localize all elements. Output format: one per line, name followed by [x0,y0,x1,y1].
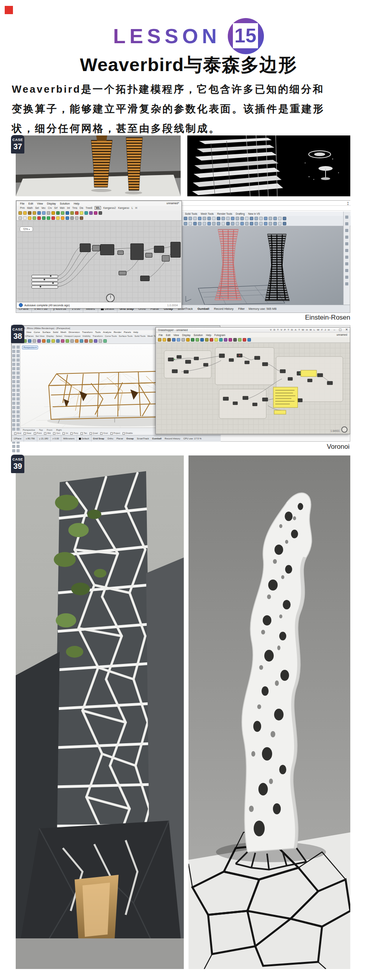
component-icon[interactable] [37,211,41,215]
rhino-tool-icon[interactable] [103,339,107,343]
rhino-tool-icon[interactable] [212,222,216,225]
quick-icon[interactable]: F [321,329,323,331]
rhino-tool-icon[interactable] [278,222,282,225]
osnap-checkbox[interactable]: Quad [90,432,98,435]
rhino-toolbar-tab[interactable]: New in V5 [248,212,260,215]
quick-icon[interactable]: V [270,329,271,331]
component-icon[interactable] [28,216,31,220]
osnap-checkbox[interactable]: Int [62,432,68,435]
rhino-command-area[interactable]: ▲▼ [182,201,351,212]
rhino-viewport[interactable] [182,226,344,306]
quick-icon[interactable]: M [310,329,312,331]
side-tool-icon[interactable] [345,242,348,245]
rhino-tool-icon[interactable] [221,222,225,225]
component-icon[interactable] [75,216,79,220]
menu-item[interactable]: Solution [60,202,70,205]
quick-icon[interactable]: T [277,329,279,331]
component-icon[interactable] [172,338,176,342]
side-tool-icon[interactable] [345,276,348,279]
menu-item[interactable]: Help [206,334,211,336]
rhino-toolbar-tab[interactable]: Surface Tools [119,335,132,337]
rhino-tool-icon[interactable] [56,339,60,343]
rhino-tool-icon[interactable] [254,217,258,220]
rhino-tool-icon[interactable] [217,217,220,220]
rhino-tool-icon[interactable] [264,217,267,220]
component-icon[interactable] [210,338,213,342]
menu-item[interactable]: File [159,334,163,336]
rhino-tool-icon[interactable] [273,217,277,220]
rhino-toolbar-tab[interactable]: Mesh Tools [201,212,214,215]
side-tool-icon[interactable] [345,282,348,285]
component-tab[interactable]: Wb [95,206,101,210]
status-toggle[interactable]: SmartTrack [135,437,151,440]
component-icon[interactable] [200,338,204,342]
rhino-tool-icon[interactable] [94,339,97,343]
component-tab[interactable]: Set [35,207,39,209]
menu-item[interactable]: Solid [53,331,58,333]
menu-item[interactable]: Fotogram [214,334,225,336]
menu-item[interactable]: Render [114,331,122,333]
rhino-toolbar-tab[interactable]: Drafting [236,212,245,215]
rhino-tool-icon[interactable] [240,217,244,220]
gh-number-slider[interactable] [31,285,58,289]
status-toggle[interactable]: Record History [163,437,182,440]
component-icon[interactable] [99,211,102,215]
quick-icon[interactable]: H [328,329,329,331]
component-icon[interactable] [191,338,194,342]
osnap-checkbox[interactable]: Knot [100,432,108,435]
status-toggle[interactable]: Gumball [195,307,212,311]
rhino-tool-icon[interactable] [188,222,192,225]
menu-item[interactable]: Tools [95,331,101,333]
rhino-tool-icon[interactable] [269,222,272,225]
component-icon[interactable] [33,211,36,215]
gh-component[interactable] [162,255,170,261]
quick-icon[interactable]: W [302,329,304,331]
component-icon[interactable] [33,216,36,220]
rhino-tool-icon[interactable] [212,217,216,220]
component-icon[interactable] [51,216,55,220]
component-tab[interactable]: Dis [80,207,83,209]
rhino-toolbar-tab[interactable]: CPlanes [25,335,34,337]
rhino-tool-icon[interactable] [203,217,206,220]
rhino-tool-icon[interactable] [198,217,201,220]
rhino-tool-icon[interactable] [269,217,272,220]
viewport-tab[interactable]: Perspective [23,429,35,431]
rhino-tool-icon[interactable] [193,222,197,225]
rhino-tool-icon[interactable] [240,222,244,225]
rhino-tool-icon[interactable] [99,339,102,343]
side-tool-icon[interactable] [345,216,348,219]
quick-icon[interactable]: J [325,329,326,331]
rhino-tool-icon[interactable] [84,339,88,343]
rhino-tool-icon[interactable] [245,217,249,220]
component-icon[interactable] [89,211,93,215]
menu-item[interactable]: Mesh [60,331,66,333]
minimize-icon[interactable]: – [333,328,335,331]
status-toggle[interactable]: Ortho [106,437,115,440]
component-tab[interactable]: Vec [41,207,46,209]
rhino-tool-icon[interactable] [184,217,187,220]
gh-dial-widget[interactable] [106,294,115,302]
rhino-tool-icon[interactable] [221,217,225,220]
gh-component[interactable] [130,243,144,260]
osnap-checkbox[interactable]: Tan [81,432,87,435]
rhino-tool-icon[interactable] [51,339,55,343]
rhino-tool-icon[interactable] [203,222,206,225]
rhino-tool-icon[interactable] [66,339,69,343]
status-layer[interactable]: Default [77,435,92,442]
rhino-tool-icon[interactable] [245,222,249,225]
menu-item[interactable]: Solution [194,334,203,336]
component-icon[interactable] [18,211,22,215]
menu-item[interactable]: Display [47,202,56,205]
component-icon[interactable] [158,338,161,342]
gh-dial-widget[interactable] [341,426,348,433]
status-cplane[interactable]: CPlane [12,435,24,442]
rhino-tool-icon[interactable] [207,222,211,225]
rhino-tool-icon[interactable] [207,217,211,220]
osnap-checkbox[interactable]: Project [110,432,120,435]
component-icon[interactable] [47,216,50,220]
component-icon[interactable] [243,338,246,342]
component-tab[interactable]: Tree8 [86,207,92,209]
component-icon[interactable] [61,211,64,215]
rhino-tool-icon[interactable] [259,222,263,225]
component-tab[interactable]: Kangaroo2 [103,207,116,209]
